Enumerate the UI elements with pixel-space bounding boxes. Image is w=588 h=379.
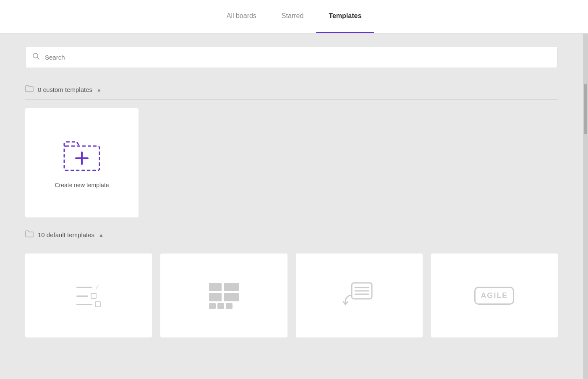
agile-icon: AGILE — [478, 279, 511, 312]
search-input[interactable] — [45, 54, 551, 61]
default-cards-row: ✓ — [25, 254, 558, 337]
main-content: 0 custom templates ▲ Create new template — [0, 34, 588, 379]
default-section-header: 10 default templates ▲ — [25, 230, 558, 240]
default-section-divider — [25, 245, 558, 245]
default-folder-icon — [25, 230, 34, 240]
custom-templates-section: 0 custom templates ▲ Create new template — [25, 85, 558, 217]
svg-rect-8 — [224, 293, 239, 301]
default-card-agile[interactable]: AGILE — [431, 254, 558, 337]
default-section-title: 10 default templates — [38, 231, 94, 238]
scrollbar-thumb[interactable] — [584, 84, 587, 134]
custom-chevron-icon[interactable]: ▲ — [97, 87, 102, 93]
search-icon — [32, 52, 40, 62]
tab-templates[interactable]: Templates — [316, 0, 374, 33]
svg-rect-10 — [217, 303, 224, 309]
svg-rect-7 — [209, 293, 222, 301]
custom-section-title: 0 custom templates — [38, 86, 92, 93]
default-chevron-icon[interactable]: ▲ — [99, 232, 104, 238]
svg-rect-9 — [209, 303, 216, 309]
search-bar — [25, 46, 558, 68]
checklist-icon: ✓ — [72, 279, 105, 312]
svg-rect-6 — [224, 283, 239, 291]
create-template-icon — [61, 138, 103, 173]
import-icon — [342, 279, 376, 312]
create-template-label: Create new template — [55, 182, 109, 188]
default-templates-section: 10 default templates ▲ ✓ — [25, 230, 558, 337]
default-card-checklist[interactable]: ✓ — [25, 254, 152, 337]
svg-rect-11 — [226, 303, 233, 309]
svg-line-1 — [37, 57, 39, 59]
scrollbar-track[interactable] — [583, 34, 588, 379]
content-area: 0 custom templates ▲ Create new template — [0, 34, 583, 379]
custom-section-divider — [25, 99, 558, 100]
create-template-card[interactable]: Create new template — [25, 108, 139, 217]
top-navigation: All boards Starred Templates — [0, 0, 588, 34]
grid-icon — [207, 279, 240, 312]
nav-tabs: All boards Starred Templates — [214, 0, 374, 33]
default-card-grid[interactable] — [160, 254, 287, 337]
tab-all-boards[interactable]: All boards — [214, 0, 269, 33]
svg-rect-5 — [209, 283, 222, 291]
custom-section-header: 0 custom templates ▲ — [25, 85, 558, 94]
tab-starred[interactable]: Starred — [269, 0, 316, 33]
default-card-import[interactable] — [296, 254, 423, 337]
folder-icon — [25, 85, 34, 94]
